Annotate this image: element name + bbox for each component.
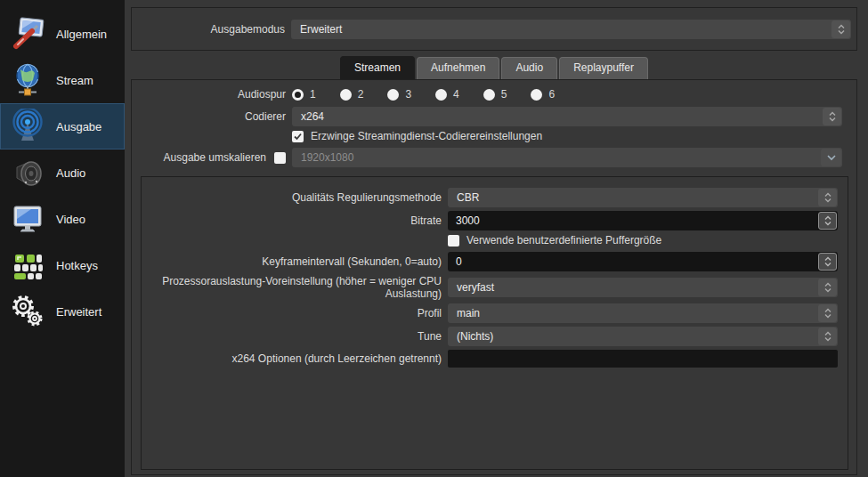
keyframe-input-wrap <box>448 252 838 271</box>
tune-spinner[interactable] <box>818 327 837 345</box>
tune-label: Tune <box>142 330 448 343</box>
audio-speaker-icon <box>7 152 48 193</box>
audio-track-radio-1[interactable] <box>292 89 304 101</box>
custom-buffer-label: Verwende benutzerdefinierte Puffergröße <box>466 234 661 247</box>
tune-row: Tune (Nichts) <box>142 327 848 346</box>
advanced-gears-icon <box>7 291 48 332</box>
audio-track-row: Audiospur 1 2 3 4 5 6 <box>132 88 856 101</box>
radio-label: 4 <box>453 88 459 101</box>
profile-spinner[interactable] <box>818 304 837 322</box>
tab-aufnehmen[interactable]: Aufnehmen <box>417 57 499 79</box>
custom-buffer-checkbox[interactable] <box>448 235 459 247</box>
encoder-value: x264 <box>301 110 324 123</box>
rescale-output-row: Ausgabe umskalieren 1920x1080 <box>132 148 856 167</box>
sidebar-item-video[interactable]: Video <box>0 196 125 242</box>
radio-label: 1 <box>310 88 316 101</box>
output-tabbar: Streamen Aufnehmen Audio Replaypuffer <box>131 55 857 79</box>
radio-label: 2 <box>358 88 364 101</box>
cpu-preset-value: veryfast <box>457 281 494 294</box>
x264-options-row: x264 Optionen (durch Leerzeichen getrenn… <box>142 350 848 368</box>
settings-sidebar: Allgemein Stream <box>0 0 125 477</box>
bitrate-input[interactable] <box>448 211 838 230</box>
rate-control-select[interactable]: CBR <box>448 188 838 207</box>
cpu-preset-select[interactable]: veryfast <box>448 278 838 297</box>
rescale-resolution-select[interactable]: 1920x1080 <box>292 148 842 167</box>
rate-control-label: Qualitäts Regulierungsmethode <box>142 191 448 204</box>
profile-label: Profil <box>142 307 448 319</box>
output-broadcast-icon <box>7 106 48 147</box>
keyframe-label: Keyframeintervall (Sekunden, 0=auto) <box>142 255 448 268</box>
cpu-preset-spinner[interactable] <box>818 279 837 296</box>
rescale-output-checkbox[interactable] <box>274 152 286 164</box>
tab-streamen[interactable]: Streamen <box>340 56 415 79</box>
sidebar-item-label: Erweitert <box>56 305 101 319</box>
sidebar-item-label: Hotkeys <box>56 259 98 272</box>
enforce-settings-row: Erzwinge Streamingdienst-Codierereinstel… <box>132 130 856 142</box>
hotkeys-keyboard-icon <box>7 245 48 286</box>
x264-options-label: x264 Optionen (durch Leerzeichen getrenn… <box>142 352 448 365</box>
sidebar-item-ausgabe[interactable]: Ausgabe <box>0 103 125 150</box>
radio-label: 3 <box>405 88 411 101</box>
tab-audio[interactable]: Audio <box>501 57 557 79</box>
rate-control-row: Qualitäts Regulierungsmethode CBR <box>142 188 848 207</box>
keyframe-spinner[interactable] <box>818 253 837 271</box>
bitrate-label: Bitrate <box>142 214 448 227</box>
rate-control-spinner[interactable] <box>818 189 837 206</box>
output-mode-panel: Ausgabemodus Erweitert <box>131 7 857 51</box>
sidebar-item-label: Allgemein <box>56 28 107 41</box>
cpu-preset-label: Prozessorauslastung-Voreinstellung (höhe… <box>142 275 448 300</box>
rescale-resolution-value: 1920x1080 <box>301 151 353 164</box>
stream-globe-icon <box>7 60 48 101</box>
keyframe-input[interactable] <box>448 252 838 271</box>
encoder-spinner[interactable] <box>823 108 841 125</box>
rescale-output-label: Ausgabe umskalieren <box>164 151 266 164</box>
tab-replaypuffer[interactable]: Replaypuffer <box>559 57 648 79</box>
sidebar-item-erweitert[interactable]: Erweitert <box>0 288 125 335</box>
radio-label: 5 <box>501 88 507 101</box>
general-icon <box>7 13 48 54</box>
encoder-settings-group: Qualitäts Regulierungsmethode CBR Bitrat… <box>141 176 848 470</box>
bitrate-input-wrap <box>448 211 838 230</box>
audio-track-radio-4[interactable] <box>435 89 447 101</box>
tune-select[interactable]: (Nichts) <box>448 327 838 346</box>
output-mode-spinner[interactable] <box>831 20 850 38</box>
custom-buffer-row: Verwende benutzerdefinierte Puffergröße <box>142 234 848 247</box>
tune-value: (Nichts) <box>457 330 493 343</box>
encoder-select[interactable]: x264 <box>292 107 842 126</box>
output-mode-label: Ausgabemodus <box>132 23 291 36</box>
x264-options-input[interactable] <box>448 350 838 368</box>
settings-content: Ausgabemodus Erweitert Streamen Aufnehme… <box>125 0 868 477</box>
video-monitor-icon <box>7 198 48 239</box>
audio-track-radio-3[interactable] <box>387 89 399 101</box>
audio-track-radio-2[interactable] <box>340 89 352 101</box>
enforce-settings-checkbox[interactable] <box>292 131 304 142</box>
radio-label: 6 <box>548 88 555 101</box>
rate-control-value: CBR <box>457 191 479 204</box>
encoder-row: Codierer x264 <box>132 107 856 126</box>
rescale-resolution-dropdown[interactable] <box>821 149 841 166</box>
bitrate-spinner[interactable] <box>818 212 837 230</box>
output-tab-widget: Streamen Aufnehmen Audio Replaypuffer Au… <box>131 55 857 475</box>
profile-row: Profil main <box>142 303 848 323</box>
keyframe-row: Keyframeintervall (Sekunden, 0=auto) <box>142 252 848 271</box>
streaming-pane: Audiospur 1 2 3 4 5 6 Codi <box>131 79 857 475</box>
cpu-preset-row: Prozessorauslastung-Voreinstellung (höhe… <box>142 275 848 300</box>
sidebar-item-label: Stream <box>56 74 93 87</box>
bitrate-row: Bitrate <box>142 211 848 230</box>
output-mode-select[interactable]: Erweitert <box>291 20 851 39</box>
profile-select[interactable]: main <box>448 303 838 323</box>
sidebar-item-allgemein[interactable]: Allgemein <box>0 11 125 57</box>
output-mode-value: Erweitert <box>300 23 342 36</box>
audio-track-radios: 1 2 3 4 5 6 <box>292 88 842 101</box>
sidebar-item-stream[interactable]: Stream <box>0 57 125 103</box>
sidebar-item-audio[interactable]: Audio <box>0 150 125 196</box>
audio-track-radio-6[interactable] <box>531 89 542 101</box>
enforce-settings-label: Erzwinge Streamingdienst-Codierereinstel… <box>311 130 542 142</box>
profile-value: main <box>457 307 480 319</box>
x264-options-input-wrap <box>448 350 838 368</box>
audio-track-radio-5[interactable] <box>483 89 495 101</box>
sidebar-item-hotkeys[interactable]: Hotkeys <box>0 242 125 288</box>
sidebar-item-label: Audio <box>56 166 85 180</box>
encoder-label: Codierer <box>132 110 292 123</box>
sidebar-item-label: Video <box>56 213 85 226</box>
